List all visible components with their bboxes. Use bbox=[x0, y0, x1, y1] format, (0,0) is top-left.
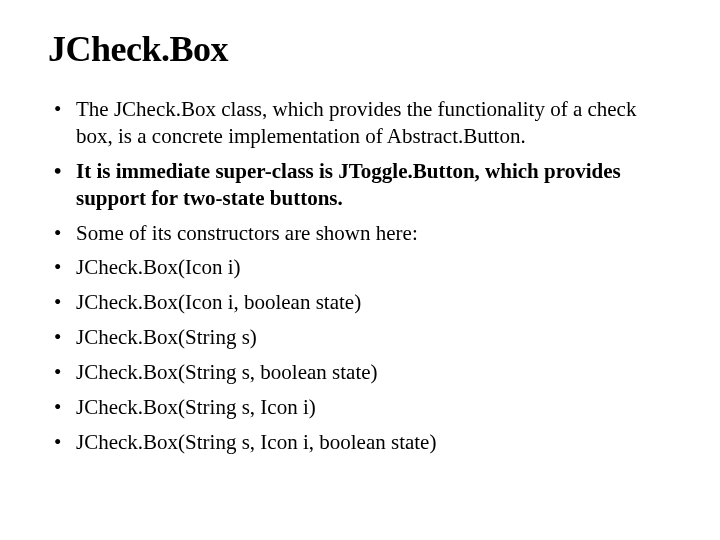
list-item-text: JCheck.Box(Icon i, boolean state) bbox=[76, 290, 361, 314]
list-item-text: JCheck.Box(String s, Icon i, boolean sta… bbox=[76, 430, 436, 454]
list-item: JCheck.Box(String s, Icon i, boolean sta… bbox=[54, 429, 672, 456]
list-item-text: JCheck.Box(String s, Icon i) bbox=[76, 395, 316, 419]
list-item-text: JCheck.Box(Icon i) bbox=[76, 255, 240, 279]
list-item: JCheck.Box(String s) bbox=[54, 324, 672, 351]
list-item-text: JCheck.Box(String s) bbox=[76, 325, 257, 349]
bullet-list: The JCheck.Box class, which provides the… bbox=[48, 96, 672, 456]
list-item: JCheck.Box(Icon i, boolean state) bbox=[54, 289, 672, 316]
list-item-text: It is immediate super-class is JToggle.B… bbox=[76, 159, 621, 210]
list-item: JCheck.Box(Icon i) bbox=[54, 254, 672, 281]
list-item: Some of its constructors are shown here: bbox=[54, 220, 672, 247]
list-item-text: Some of its constructors are shown here: bbox=[76, 221, 418, 245]
list-item-text: The JCheck.Box class, which provides the… bbox=[76, 97, 636, 148]
list-item: The JCheck.Box class, which provides the… bbox=[54, 96, 672, 150]
page-title: JCheck.Box bbox=[48, 28, 672, 70]
list-item: JCheck.Box(String s, Icon i) bbox=[54, 394, 672, 421]
list-item: JCheck.Box(String s, boolean state) bbox=[54, 359, 672, 386]
list-item: It is immediate super-class is JToggle.B… bbox=[54, 158, 672, 212]
list-item-text: JCheck.Box(String s, boolean state) bbox=[76, 360, 378, 384]
